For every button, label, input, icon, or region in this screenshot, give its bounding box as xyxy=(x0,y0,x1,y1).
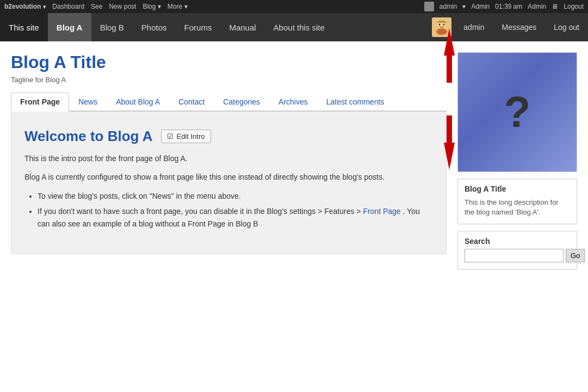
nav-right-messages[interactable]: Messages xyxy=(493,13,545,41)
admin-bar-time: 01:39 am xyxy=(495,3,522,10)
intro-list: To view the blog's posts, click on "News… xyxy=(38,190,433,231)
sidebar-search-title: Search xyxy=(458,231,577,249)
content-area: Blog A Title Tagline for Blog A Front Pa… xyxy=(11,52,447,276)
nav-right: admin Messages Log out xyxy=(429,13,588,41)
list-item: To view the blog's posts, click on "News… xyxy=(38,190,433,203)
edit-icon: ☑ xyxy=(167,132,174,140)
admin-bar-messages[interactable]: Admin xyxy=(471,3,490,10)
admin-bar-logout[interactable]: Logout xyxy=(564,3,584,10)
nav-item-about-this-site[interactable]: About this site xyxy=(265,13,333,41)
brand-logo[interactable]: b2evolution ▾ xyxy=(4,3,46,10)
sidebar-search-row: Go xyxy=(458,249,577,269)
intro-paragraph-2: Blog A is currently configured to show a… xyxy=(24,171,433,183)
svg-point-3 xyxy=(439,24,441,26)
sidebar-image: ? xyxy=(458,53,577,171)
sidebar: ? Blog A Title This is the long descript… xyxy=(457,52,577,276)
main-container: Blog A Title Tagline for Blog A Front Pa… xyxy=(0,41,588,276)
admin-bar-dropdown-icon[interactable]: ▾ xyxy=(462,3,466,10)
nav-avatar xyxy=(432,17,451,37)
nav-item-photos[interactable]: Photos xyxy=(133,13,176,41)
welcome-header: Welcome to Blog A ☑ Edit Intro xyxy=(24,128,433,145)
nav-item-forums[interactable]: Forums xyxy=(176,13,221,41)
admin-bar-admin-label: Admin xyxy=(528,3,546,10)
tab-contact[interactable]: Contact xyxy=(169,93,214,112)
avatar-svg xyxy=(432,17,451,37)
tab-categories[interactable]: Categories xyxy=(214,93,269,112)
brand-name: b2evolution xyxy=(4,3,41,10)
tab-news[interactable]: News xyxy=(69,93,107,112)
sidebar-blog-description: This is the long description for the blo… xyxy=(458,195,577,224)
admin-bar-new-post[interactable]: New post xyxy=(109,3,136,10)
tabs: Front Page News About Blog A Contact Cat… xyxy=(11,93,447,112)
nav-item-manual[interactable]: Manual xyxy=(220,13,264,41)
admin-bar-blog[interactable]: Blog ▾ xyxy=(143,3,160,10)
sidebar-blog-info-card: Blog A Title This is the long descriptio… xyxy=(457,179,577,224)
admin-bar: b2evolution ▾ Dashboard See New post Blo… xyxy=(0,0,588,13)
content-box: Welcome to Blog A ☑ Edit Intro This is t… xyxy=(11,112,447,254)
admin-bar-more[interactable]: More ▾ xyxy=(168,3,188,10)
question-mark-icon: ? xyxy=(504,87,531,137)
intro-paragraph-1: This is the intro post for the front pag… xyxy=(24,152,433,164)
admin-bar-see[interactable]: See xyxy=(91,3,102,10)
svg-point-2 xyxy=(436,28,447,35)
tab-front-page[interactable]: Front Page xyxy=(11,93,69,112)
tab-latest-comments[interactable]: Latest comments xyxy=(317,93,394,112)
admin-bar-avatar xyxy=(424,2,434,11)
nav-bar: This site Blog A Blog B Photos Forums Ma… xyxy=(0,13,588,41)
sidebar-search-card: Search Go xyxy=(457,231,577,270)
admin-bar-username[interactable]: admin xyxy=(440,3,457,10)
front-page-link[interactable]: Front Page xyxy=(363,207,403,216)
welcome-title: Welcome to Blog A xyxy=(24,128,152,145)
svg-point-4 xyxy=(443,24,445,26)
sidebar-search-input[interactable] xyxy=(465,249,564,262)
blog-title: Blog A Title xyxy=(11,52,447,72)
sidebar-search-button[interactable]: Go xyxy=(566,249,585,262)
list-item: If you don't want to have such a front p… xyxy=(38,205,433,231)
admin-bar-right: admin ▾ Admin 01:39 am Admin 🖥 Logout xyxy=(424,2,584,11)
admin-bar-dashboard[interactable]: Dashboard xyxy=(52,3,84,10)
nav-right-username[interactable]: admin xyxy=(455,13,493,41)
tab-archives[interactable]: Archives xyxy=(269,93,317,112)
blog-tagline: Tagline for Blog A xyxy=(11,76,447,84)
nav-item-blog-b[interactable]: Blog B xyxy=(91,13,133,41)
tab-about-blog-a[interactable]: About Blog A xyxy=(107,93,169,112)
sidebar-image-card: ? xyxy=(457,52,577,172)
edit-intro-button[interactable]: ☑ Edit Intro xyxy=(161,130,211,143)
admin-bar-icon: 🖥 xyxy=(552,3,558,10)
sidebar-blog-title: Blog A Title xyxy=(458,179,577,195)
brand-dropdown-icon[interactable]: ▾ xyxy=(43,4,46,10)
nav-right-logout[interactable]: Log out xyxy=(545,13,588,41)
nav-this-site[interactable]: This site xyxy=(0,13,48,41)
nav-item-blog-a[interactable]: Blog A xyxy=(48,13,91,41)
